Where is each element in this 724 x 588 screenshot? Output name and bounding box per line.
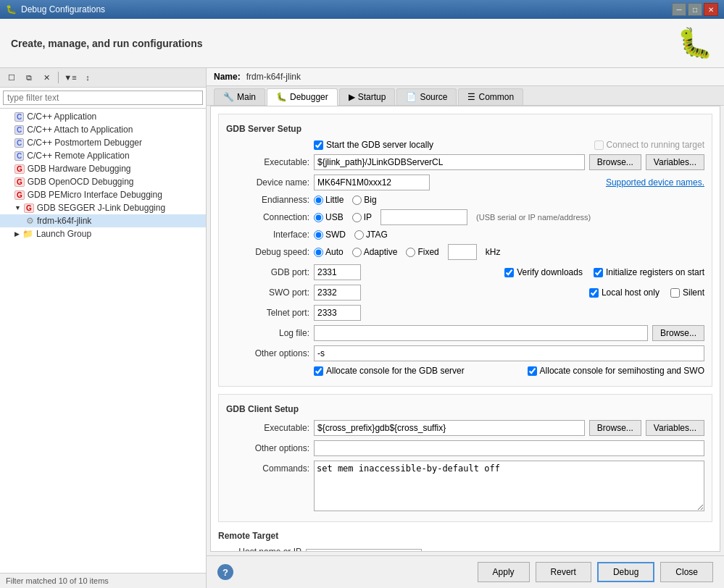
sidebar-item-c-attach[interactable]: C C/C++ Attach to Application <box>0 123 206 136</box>
tab-debugger[interactable]: 🐛 Debugger <box>267 88 338 106</box>
search-input[interactable] <box>3 91 203 105</box>
iface-jtag-label[interactable]: JTAG <box>354 230 388 240</box>
silent-label[interactable]: Silent <box>670 287 704 298</box>
host-input[interactable] <box>306 549 422 552</box>
local-host-label[interactable]: Local host only <box>589 287 659 298</box>
verify-downloads-label[interactable]: Verify downloads <box>504 267 583 277</box>
silent-checkbox[interactable] <box>670 288 680 298</box>
sidebar-item-label: C/C++ Remote Application <box>27 151 129 161</box>
sidebar-item-c-postmortem[interactable]: C C/C++ Postmortem Debugger <box>0 136 206 149</box>
speed-adaptive-text: Adaptive <box>364 247 398 257</box>
endian-little-label[interactable]: Little <box>314 195 344 205</box>
sidebar-item-c-app[interactable]: C C/C++ Application <box>0 110 206 123</box>
speed-auto-label[interactable]: Auto <box>314 247 344 257</box>
sidebar-item-label: C/C++ Application <box>27 112 96 122</box>
log-file-label: Log file: <box>226 328 309 338</box>
close-button[interactable]: Close <box>660 562 713 582</box>
device-name-label: Device name: <box>226 177 309 188</box>
sidebar-item-launch-group[interactable]: ▶ 📁 Launch Group <box>0 227 206 240</box>
speed-auto-radio[interactable] <box>314 248 323 257</box>
apply-button[interactable]: Apply <box>478 562 530 582</box>
tab-common[interactable]: ☰ Common <box>458 88 523 105</box>
sidebar-item-frdm-k64f[interactable]: ⚙ frdm-k64f-jlink <box>0 214 206 227</box>
conn-usb-label[interactable]: USB <box>314 212 344 222</box>
window-controls: ─ □ ✕ <box>672 3 718 16</box>
start-server-checkbox[interactable] <box>314 140 323 150</box>
delete-config-button[interactable]: ✕ <box>38 70 54 85</box>
sidebar-item-c-remote[interactable]: C C/C++ Remote Application <box>0 149 206 162</box>
start-server-checkbox-label[interactable]: Start the GDB server locally <box>314 140 433 150</box>
local-host-checkbox[interactable] <box>589 288 599 298</box>
allocate-console-checkbox[interactable] <box>314 366 323 376</box>
sidebar-toolbar: ☐ ⧉ ✕ ▼≡ ↕ <box>0 68 206 88</box>
client-other-options-label: Other options: <box>226 443 309 453</box>
folder-icon: 📁 <box>22 229 33 239</box>
swo-port-input[interactable] <box>314 285 361 301</box>
log-file-input[interactable] <box>314 325 648 341</box>
c-icon: C <box>14 138 24 148</box>
sidebar-item-gdb-pemicro[interactable]: G GDB PEMicro Interface Debugging <box>0 188 206 201</box>
speed-fixed-radio[interactable] <box>406 248 415 257</box>
minimize-button[interactable]: ─ <box>672 3 686 16</box>
maximize-button[interactable]: □ <box>688 3 702 16</box>
allocate-console-swo-label[interactable]: Allocate console for semihosting and SWO <box>528 366 704 376</box>
tab-main[interactable]: 🔧 Main <box>214 88 265 105</box>
khz-value-input[interactable] <box>448 244 477 260</box>
commands-textarea[interactable]: set mem inaccessible-by-default off <box>314 461 704 511</box>
interface-label: Interface: <box>226 230 309 240</box>
variables-client-executable-button[interactable]: Variables... <box>646 420 704 436</box>
expand-icon: ▶ <box>14 230 20 238</box>
new-config-button[interactable]: ☐ <box>4 70 20 85</box>
init-registers-label[interactable]: Initialize registers on start <box>594 267 704 277</box>
tab-source[interactable]: 📄 Source <box>396 88 457 105</box>
duplicate-config-button[interactable]: ⧉ <box>21 70 37 85</box>
collapse-all-button[interactable]: ↕ <box>80 70 96 85</box>
allocate-console-label[interactable]: Allocate console for the GDB server <box>314 366 465 376</box>
c-icon: C <box>14 125 24 135</box>
connect-running-checkbox[interactable] <box>594 140 604 150</box>
sidebar-item-gdb-openocd[interactable]: G GDB OpenOCD Debugging <box>0 175 206 188</box>
conn-usb-radio[interactable] <box>314 213 323 222</box>
other-options-input[interactable] <box>314 345 704 361</box>
debug-button[interactable]: Debug <box>597 562 654 582</box>
help-button[interactable]: ? <box>217 564 233 580</box>
close-window-button[interactable]: ✕ <box>704 3 718 16</box>
telnet-port-input[interactable] <box>314 305 361 321</box>
connection-label: Connection: <box>226 212 309 222</box>
init-registers-checkbox[interactable] <box>594 268 603 277</box>
header-title: Create, manage, and run configurations <box>11 38 203 49</box>
supported-devices-link[interactable]: Supported device names. <box>606 177 704 188</box>
ip-address-input[interactable] <box>380 209 467 225</box>
browse-client-executable-button[interactable]: Browse... <box>589 420 641 436</box>
speed-adaptive-radio[interactable] <box>352 248 362 257</box>
browse-log-button[interactable]: Browse... <box>652 325 704 341</box>
connect-running-checkbox-label[interactable]: Connect to running target <box>594 140 704 150</box>
endian-little-radio[interactable] <box>314 196 323 205</box>
sidebar-item-gdb-segger[interactable]: ▼ G GDB SEGGER J-Link Debugging <box>0 201 206 214</box>
browse-executable-button[interactable]: Browse... <box>589 154 641 170</box>
executable-input[interactable] <box>314 154 585 170</box>
speed-fixed-label[interactable]: Fixed <box>406 247 438 257</box>
device-name-input[interactable] <box>314 175 430 190</box>
endian-big-label[interactable]: Big <box>352 195 376 205</box>
tab-startup[interactable]: ▶ Startup <box>339 88 396 105</box>
client-other-options-input[interactable] <box>314 440 704 456</box>
silent-text: Silent <box>683 287 704 298</box>
iface-swd-label[interactable]: SWD <box>314 230 346 240</box>
revert-button[interactable]: Revert <box>536 562 591 582</box>
variables-executable-button[interactable]: Variables... <box>646 154 704 170</box>
conn-ip-radio[interactable] <box>352 213 362 222</box>
allocate-console-swo-checkbox[interactable] <box>528 366 537 376</box>
endian-big-radio[interactable] <box>352 196 362 205</box>
iface-jtag-radio[interactable] <box>354 230 364 240</box>
gdb-port-input[interactable] <box>314 264 361 280</box>
verify-downloads-checkbox[interactable] <box>504 268 514 277</box>
conn-ip-label[interactable]: IP <box>352 212 372 222</box>
allocate-console-text: Allocate console for the GDB server <box>326 366 465 376</box>
sidebar-item-gdb-hardware[interactable]: G GDB Hardware Debugging <box>0 162 206 175</box>
start-server-row: Start the GDB server locally Connect to … <box>226 140 704 150</box>
speed-adaptive-label[interactable]: Adaptive <box>352 247 398 257</box>
client-executable-input[interactable] <box>314 420 585 436</box>
filter-button[interactable]: ▼≡ <box>62 70 78 85</box>
iface-swd-radio[interactable] <box>314 230 323 240</box>
